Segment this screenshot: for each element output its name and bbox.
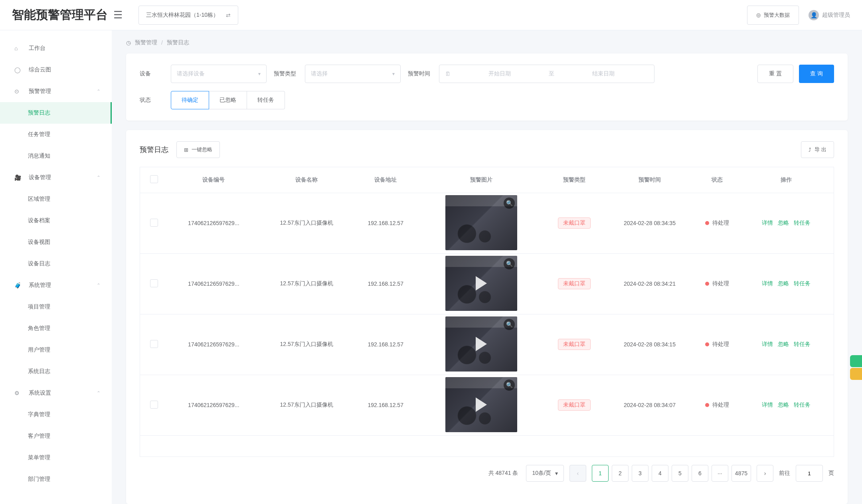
detail-link[interactable]: 详情 [762,341,773,347]
pager-total: 共 48741 条 [488,470,518,477]
cell-ops: 详情忽略转任务 [738,193,834,253]
next-page-button[interactable]: › [757,465,773,482]
sidebar-label: 工作台 [29,45,45,52]
sidebar-item[interactable]: 设备视图 [0,231,112,253]
sidebar-item[interactable]: 任务管理 [0,124,112,145]
ignore-link[interactable]: 忽略 [778,219,789,226]
zoom-icon[interactable]: 🔍 [504,258,515,269]
sidebar-item[interactable]: 客户管理 [0,425,112,447]
sidebar-item[interactable]: 设备日志 [0,253,112,275]
sidebar: ⌂工作台◯综合云图⊙预警管理⌃预警日志任务管理消息通知🎥设备管理⌃区域管理设备档… [0,30,112,504]
status-option[interactable]: 待确定 [171,91,209,109]
query-button[interactable]: 查 询 [799,65,834,83]
zoom-icon[interactable]: 🔍 [504,379,515,391]
play-icon[interactable] [476,397,487,412]
prev-page-button[interactable]: ‹ [569,465,586,482]
main-content: ◷ 预警管理 / 预警日志 设备 请选择设备 ▾ 预警类型 请选择 ▾ 预警时间… [112,30,862,504]
status-cell: 待处理 [705,341,729,348]
page-button[interactable]: 4875 [732,465,751,482]
sidebar-label: 菜单管理 [28,454,50,461]
cell-time: 2024-02-28 08:34:35 [603,193,696,253]
sidebar-item[interactable]: 🧳系统管理⌃ [0,275,112,296]
alert-icon: ⊙ [14,88,23,95]
page-size-select[interactable]: 10条/页 ▾ [526,465,563,482]
sidebar-item[interactable]: 字典管理 [0,404,112,425]
upload-icon: ⤴ [809,147,811,153]
row-checkbox[interactable] [150,401,158,409]
status-option[interactable]: 转任务 [247,91,285,109]
alert-thumbnail[interactable]: 🔍 [445,195,517,250]
table-scroll[interactable]: 设备编号设备名称设备地址预警图片预警类型预警时间状态操作 17406212659… [140,167,834,457]
user-menu[interactable]: 👤 超级管理员 [809,10,850,20]
sidebar-item[interactable]: 部门管理 [0,468,112,490]
sidebar-item[interactable]: 角色管理 [0,318,112,339]
float-green[interactable] [850,355,862,367]
alert-thumbnail[interactable]: 🔍 [445,377,517,432]
sidebar-item[interactable]: 预警日志 [0,102,112,124]
sidebar-item[interactable]: ⚙系统设置⌃ [0,382,112,404]
play-icon[interactable] [476,337,487,351]
table-row: 174062126597629...12.57东门入口摄像机192.168.12… [140,375,834,435]
select-all-checkbox[interactable] [150,175,158,183]
table-row: 174062126597629...12.57东门入口摄像机192.168.12… [140,253,834,314]
goto-suffix: 页 [828,470,834,477]
sidebar-item[interactable]: 🎥设备管理⌃ [0,167,112,188]
start-date-placeholder: 开始日期 [455,70,545,77]
export-button[interactable]: ⤴ 导 出 [801,141,834,158]
page-button[interactable]: 4 [652,465,668,482]
float-orange[interactable] [850,368,862,380]
row-checkbox[interactable] [150,279,158,287]
zoom-icon[interactable]: 🔍 [504,198,515,209]
sidebar-item[interactable]: ⊙预警管理⌃ [0,81,112,102]
alert-thumbnail[interactable]: 🔍 [445,256,517,311]
sidebar-item[interactable]: 区域管理 [0,188,112,210]
row-checkbox[interactable] [150,340,158,348]
cell-ops: 详情忽略转任务 [738,253,834,314]
cloud-icon: ◯ [14,67,23,73]
ignore-link[interactable]: 忽略 [778,341,789,347]
detail-link[interactable]: 详情 [762,280,773,287]
sidebar-item[interactable]: 系统日志 [0,361,112,382]
task-link[interactable]: 转任务 [794,219,811,226]
reset-button[interactable]: 重 置 [757,65,793,83]
sidebar-item[interactable]: 菜单管理 [0,447,112,468]
alert-thumbnail[interactable]: 🔍 [445,316,517,372]
sidebar-label: 设备日志 [28,260,50,267]
sidebar-item[interactable]: 用户管理 [0,339,112,361]
sidebar-item[interactable]: 消息通知 [0,145,112,167]
sidebar-item[interactable]: 项目管理 [0,296,112,318]
sidebar-item[interactable]: ⌂工作台 [0,38,112,59]
float-widget[interactable] [850,355,862,381]
menu-toggle-icon[interactable]: ☰ [113,9,123,21]
org-selector[interactable]: 三水恒大梓林花园（1-10栋） ⇄ [138,6,238,25]
play-icon[interactable] [476,276,487,291]
device-select[interactable]: 请选择设备 ▾ [171,65,267,83]
page-button[interactable]: 1 [592,465,609,482]
page-button[interactable]: 5 [672,465,688,482]
detail-link[interactable]: 详情 [762,219,773,226]
task-link[interactable]: 转任务 [794,341,811,347]
status-dot-icon [705,403,709,407]
detail-link[interactable]: 详情 [762,401,773,408]
sidebar-item[interactable]: ◯综合云图 [0,59,112,81]
batch-ignore-button[interactable]: ⊞ 一键忽略 [176,141,220,158]
goto-input[interactable] [796,465,823,482]
sidebar-item[interactable]: 设备档案 [0,210,112,231]
type-select[interactable]: 请选择 ▾ [305,65,401,83]
task-link[interactable]: 转任务 [794,280,811,287]
page-button[interactable]: 2 [612,465,629,482]
status-option[interactable]: 已忽略 [209,91,247,109]
status-label: 状态 [140,97,164,104]
page-button[interactable]: 3 [632,465,648,482]
zoom-icon[interactable]: 🔍 [504,319,515,330]
bigdata-button[interactable]: ◎ 预警大数据 [747,6,799,25]
breadcrumb: ◷ 预警管理 / 预警日志 [126,39,848,46]
crumb-parent[interactable]: 预警管理 [135,39,157,46]
ignore-link[interactable]: 忽略 [778,401,789,408]
alert-type-tag: 未戴口罩 [558,339,591,350]
page-button[interactable]: 6 [692,465,708,482]
date-range[interactable]: 🗓 开始日期 至 结束日期 [439,65,654,83]
task-link[interactable]: 转任务 [794,401,811,408]
ignore-link[interactable]: 忽略 [778,280,789,287]
row-checkbox[interactable] [150,219,158,227]
